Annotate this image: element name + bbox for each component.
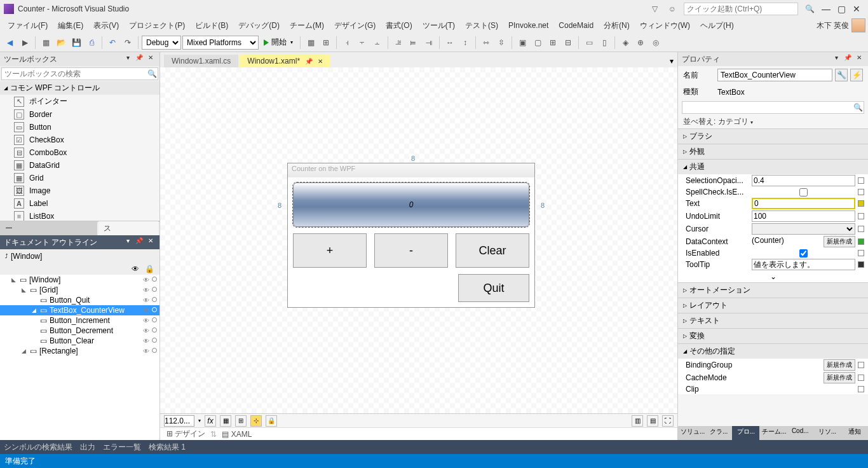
pin-icon[interactable]: 📌 bbox=[305, 58, 313, 65]
grid-icon[interactable]: ▦ bbox=[220, 415, 231, 427]
snap-icon[interactable]: ⊞ bbox=[235, 415, 247, 427]
mode-design[interactable]: ⊞ デザイン bbox=[166, 429, 205, 439]
feedback-icon[interactable]: ☺ bbox=[666, 3, 679, 15]
menu-edit[interactable]: 編集(E) bbox=[53, 19, 88, 32]
counter-textbox[interactable]: 0 bbox=[293, 182, 529, 227]
minimize-button[interactable]: — bbox=[818, 4, 834, 14]
split-h-icon[interactable]: ▥ bbox=[632, 415, 643, 427]
decrement-button[interactable]: - bbox=[374, 233, 448, 268]
size-width-icon[interactable]: ⇿ bbox=[479, 36, 493, 50]
menu-test[interactable]: テスト(S) bbox=[460, 19, 503, 32]
hspace-icon[interactable]: ↔ bbox=[443, 36, 457, 50]
fx-icon[interactable]: fx bbox=[205, 415, 216, 427]
menu-project[interactable]: プロジェクト(P) bbox=[124, 19, 190, 32]
close-icon[interactable]: ✕ bbox=[146, 54, 156, 64]
dropdown-icon[interactable]: ▾ bbox=[831, 54, 841, 64]
rtab-class[interactable]: クラ... bbox=[705, 426, 733, 440]
menu-file[interactable]: ファイル(F) bbox=[3, 19, 53, 32]
outline-row[interactable]: ◣▭[Window]👁 bbox=[0, 275, 159, 285]
btab-find[interactable]: 検索結果 1 bbox=[149, 442, 186, 453]
tool-icon-1[interactable]: ▦ bbox=[304, 36, 318, 50]
align-center-icon[interactable]: ⫟ bbox=[355, 36, 369, 50]
redo-icon[interactable]: ↷ bbox=[121, 36, 135, 50]
menu-tools[interactable]: ツール(T) bbox=[417, 19, 460, 32]
align-right-icon[interactable]: ⫠ bbox=[370, 36, 384, 50]
toolbox-item-border[interactable]: ▢Border bbox=[0, 108, 159, 121]
text-input[interactable] bbox=[752, 198, 855, 209]
tool-icon-2[interactable]: ⊞ bbox=[319, 36, 333, 50]
user-name[interactable]: 木下 英俊 bbox=[817, 20, 851, 31]
start-button[interactable]: 開始▾ bbox=[260, 36, 297, 50]
toolbox-item-image[interactable]: 🖼Image bbox=[0, 184, 159, 197]
isenabled-checkbox[interactable] bbox=[752, 249, 855, 258]
open-icon[interactable]: 📂 bbox=[54, 36, 68, 50]
outline-row[interactable]: ▭Button_Clear👁 bbox=[0, 336, 159, 346]
mode-xaml[interactable]: ▤ XAML bbox=[222, 430, 252, 439]
pin-icon[interactable]: 📌 bbox=[134, 237, 144, 247]
btab-symbols[interactable]: シンボルの検索結果 bbox=[4, 442, 72, 453]
outline-row[interactable]: ◢▭TextBox_CounterView👁 bbox=[0, 305, 159, 315]
cat-misc[interactable]: ◢その他の指定 bbox=[678, 343, 868, 359]
toolbox-item-button[interactable]: ▭Button bbox=[0, 121, 159, 134]
toolbox-search-input[interactable] bbox=[2, 68, 146, 79]
eye-icon[interactable]: 👁 bbox=[132, 265, 139, 273]
search-icon[interactable]: 🔍 bbox=[146, 69, 158, 78]
notifications-icon[interactable]: ▽ bbox=[648, 3, 661, 15]
cat-layout[interactable]: ▷レイアウト bbox=[678, 298, 868, 313]
menu-view[interactable]: 表示(V) bbox=[88, 19, 124, 32]
design-window[interactable]: Counter on the WPF 0 + - Clear Quit 8 8 … bbox=[287, 163, 535, 308]
name-input[interactable] bbox=[717, 69, 832, 81]
zoom-input[interactable] bbox=[164, 415, 194, 427]
close-icon[interactable]: ✕ bbox=[854, 54, 864, 64]
toolbox-group[interactable]: ◢コモン WPF コントロール bbox=[0, 81, 159, 95]
config-select[interactable]: Debug bbox=[142, 36, 181, 50]
lock-icon[interactable]: 🔒 bbox=[266, 415, 277, 427]
rtab-team[interactable]: チーム... bbox=[759, 426, 787, 440]
menu-debug[interactable]: デバッグ(D) bbox=[233, 19, 285, 32]
tab-xaml[interactable]: Window1.xaml*📌✕ bbox=[240, 55, 330, 67]
spellcheck-checkbox[interactable] bbox=[752, 188, 855, 196]
align-bottom-icon[interactable]: ⫣ bbox=[422, 36, 436, 50]
clear-button[interactable]: Clear bbox=[456, 233, 529, 268]
selection-opacity-input[interactable] bbox=[752, 175, 855, 186]
save-all-icon[interactable]: ⎙ bbox=[85, 36, 98, 50]
search-icon[interactable]: 🔍 bbox=[852, 103, 864, 112]
outline-row[interactable]: ◢▭[Rectangle]👁 bbox=[0, 346, 159, 356]
toolbox-item-grid[interactable]: ▦Grid bbox=[0, 172, 159, 184]
size-height-icon[interactable]: ⇳ bbox=[494, 36, 508, 50]
align-left-icon[interactable]: ⫞ bbox=[340, 36, 354, 50]
split-v-icon[interactable]: ▤ bbox=[647, 415, 658, 427]
toolbox-item-combobox[interactable]: ⊟ComboBox bbox=[0, 146, 159, 159]
layout-icon-2[interactable]: ▯ bbox=[597, 36, 611, 50]
toolbox-item-pointer[interactable]: ↖ポインター bbox=[0, 95, 159, 108]
close-button[interactable]: ✕ bbox=[849, 4, 864, 14]
undolimit-input[interactable] bbox=[752, 210, 855, 222]
toolbox-item-checkbox[interactable]: ☑CheckBox bbox=[0, 134, 159, 146]
cursor-select[interactable] bbox=[752, 223, 855, 235]
rtab-code[interactable]: Cod... bbox=[787, 426, 814, 440]
new-button[interactable]: 新規作成 bbox=[824, 236, 855, 247]
events-icon[interactable]: ⚡ bbox=[850, 69, 863, 81]
menu-build[interactable]: ビルド(B) bbox=[190, 19, 233, 32]
rtab-resource[interactable]: リソ... bbox=[814, 426, 841, 440]
cat-transform[interactable]: ▷変換 bbox=[678, 328, 868, 343]
align-mid-icon[interactable]: ⫢ bbox=[407, 36, 421, 50]
outline-row[interactable]: ▭Button_Decrement👁 bbox=[0, 326, 159, 336]
quick-launch-input[interactable] bbox=[684, 3, 798, 15]
group-icon[interactable]: ⊞ bbox=[546, 36, 560, 50]
maximize-button[interactable]: ▢ bbox=[834, 4, 849, 14]
nav-back-button[interactable]: ◀ bbox=[3, 36, 17, 50]
vspace-icon[interactable]: ↕ bbox=[458, 36, 472, 50]
toolbox-item-listbox[interactable]: ≡ListBox bbox=[0, 210, 159, 221]
cat-common[interactable]: ◢共通 bbox=[678, 159, 868, 174]
expand-icon[interactable]: ⛶ bbox=[662, 415, 674, 427]
properties-search-input[interactable] bbox=[682, 102, 852, 113]
increment-button[interactable]: + bbox=[293, 233, 367, 268]
cat-automation[interactable]: ▷オートメーション bbox=[678, 282, 868, 298]
btab-output[interactable]: 出力 bbox=[80, 442, 95, 453]
pin-icon[interactable]: 📌 bbox=[134, 54, 144, 64]
platform-select[interactable]: Mixed Platforms bbox=[182, 36, 259, 50]
misc-icon-2[interactable]: ⊕ bbox=[634, 36, 648, 50]
toolbox-item-label[interactable]: ALabel bbox=[0, 197, 159, 210]
pin-icon[interactable]: 📌 bbox=[843, 54, 853, 64]
